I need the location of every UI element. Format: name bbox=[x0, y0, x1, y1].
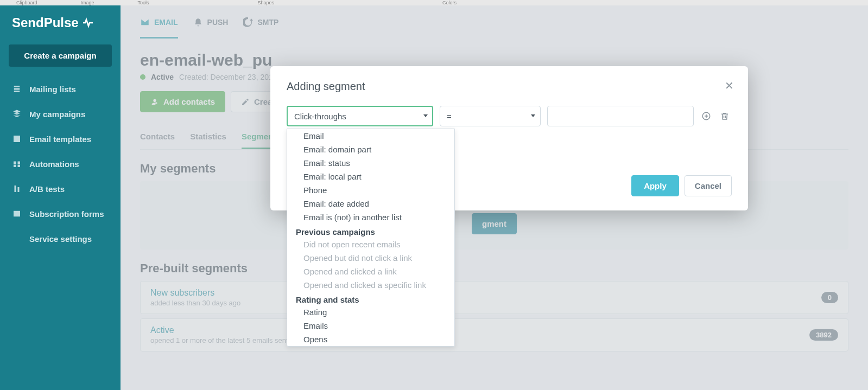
ribbon-label: Tools bbox=[138, 0, 149, 5]
ribbon-label: Colors bbox=[442, 0, 457, 5]
dropdown-option[interactable]: Opens bbox=[287, 333, 454, 346]
chevron-down-icon bbox=[531, 114, 535, 117]
ribbon-label: Image bbox=[81, 0, 94, 5]
delete-condition-button[interactable] bbox=[719, 110, 731, 122]
sidebar-item[interactable]: My campaigns bbox=[0, 101, 121, 126]
dropdown-option: Opened and clicked a link bbox=[287, 265, 454, 278]
sidebar-item-label: Service settings bbox=[29, 234, 92, 244]
dropdown-option[interactable]: Rating bbox=[287, 305, 454, 319]
chevron-down-icon bbox=[423, 114, 428, 117]
brand-text: SendPulse bbox=[12, 15, 79, 30]
sidebar-item[interactable]: Mailing lists bbox=[0, 76, 121, 101]
sidebar-item[interactable]: Service settings bbox=[0, 226, 121, 251]
add-segment-modal: Adding segment ✕ Click-throughs EmailEma… bbox=[270, 66, 748, 210]
sidebar-item[interactable]: Subscription forms bbox=[0, 201, 121, 226]
dropdown-option[interactable]: Click-throughs bbox=[287, 346, 454, 347]
dropdown-group: Previous campaigns bbox=[287, 224, 454, 238]
condition-row: Click-throughs EmailEmail: domain partEm… bbox=[287, 106, 732, 126]
dropdown-option[interactable]: Email is (not) in another list bbox=[287, 210, 454, 224]
close-icon[interactable]: ✕ bbox=[725, 79, 734, 92]
dropdown-option[interactable]: Emails bbox=[287, 319, 454, 333]
apply-button[interactable]: Apply bbox=[631, 175, 679, 196]
modal-title: Adding segment bbox=[287, 80, 732, 93]
dropdown-option[interactable]: Email bbox=[287, 129, 454, 143]
field-dropdown[interactable]: EmailEmail: domain partEmail: statusEmai… bbox=[287, 129, 455, 347]
dropdown-option: Opened and clicked a specific link bbox=[287, 278, 454, 292]
field-select[interactable]: Click-throughs bbox=[287, 106, 433, 126]
operator-select[interactable]: = bbox=[440, 106, 541, 126]
os-ribbon: Clipboard Image Tools Shapes Colors bbox=[0, 0, 868, 5]
create-campaign-button[interactable]: Create a campaign bbox=[9, 44, 112, 67]
add-condition-button[interactable] bbox=[700, 110, 712, 122]
dropdown-option[interactable]: Email: date added bbox=[287, 197, 454, 210]
sidebar-item[interactable]: Email templates bbox=[0, 126, 121, 151]
select-value: = bbox=[447, 112, 452, 121]
trash-icon bbox=[720, 111, 730, 121]
dropdown-option[interactable]: Email: status bbox=[287, 156, 454, 170]
sidebar: SendPulse Create a campaign Mailing list… bbox=[0, 5, 121, 390]
dropdown-option[interactable]: Email: local part bbox=[287, 170, 454, 183]
dropdown-option: Did not open recent emails bbox=[287, 238, 454, 251]
sidebar-item[interactable]: A/B tests bbox=[0, 176, 121, 201]
dropdown-option[interactable]: Email: domain part bbox=[287, 143, 454, 156]
value-input[interactable] bbox=[547, 106, 694, 126]
dropdown-option[interactable]: Phone bbox=[287, 183, 454, 197]
sidebar-item-label: A/B tests bbox=[29, 184, 65, 194]
dropdown-group: Rating and stats bbox=[287, 292, 454, 305]
ribbon-label: Clipboard bbox=[16, 0, 37, 5]
pulse-icon bbox=[82, 16, 95, 29]
brand-logo: SendPulse bbox=[0, 5, 121, 40]
ribbon-label: Shapes bbox=[258, 0, 275, 5]
sidebar-item-label: My campaigns bbox=[29, 110, 85, 119]
cancel-button[interactable]: Cancel bbox=[685, 175, 732, 196]
sidebar-item[interactable]: Automations bbox=[0, 151, 121, 176]
sidebar-item-label: Automations bbox=[29, 159, 79, 169]
plus-circle-icon bbox=[701, 111, 711, 121]
sidebar-item-label: Mailing lists bbox=[29, 85, 76, 94]
sidebar-item-label: Subscription forms bbox=[29, 209, 104, 219]
dropdown-option: Opened but did not click a link bbox=[287, 251, 454, 265]
select-value: Click-throughs bbox=[294, 112, 346, 121]
sidebar-item-label: Email templates bbox=[29, 135, 91, 144]
